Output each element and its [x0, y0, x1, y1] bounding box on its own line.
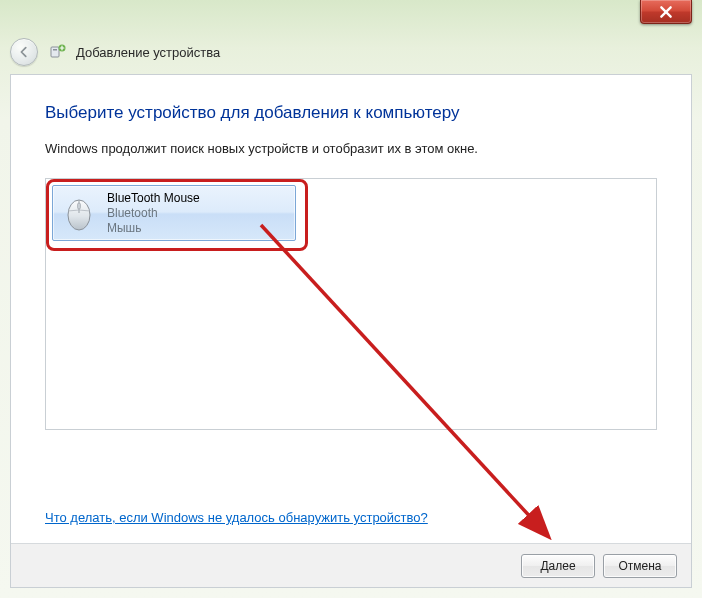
close-icon [659, 5, 673, 19]
device-text: BlueTooth Mouse Bluetooth Мышь [107, 191, 200, 236]
device-transport: Bluetooth [107, 206, 200, 221]
window-close-button[interactable] [640, 0, 692, 24]
svg-rect-0 [51, 47, 59, 57]
svg-rect-4 [78, 203, 81, 209]
back-button[interactable] [10, 38, 38, 66]
page-subtext: Windows продолжит поиск новых устройств … [45, 141, 657, 156]
next-button[interactable]: Далее [521, 554, 595, 578]
cancel-button[interactable]: Отмена [603, 554, 677, 578]
wizard-header: Добавление устройства [10, 38, 220, 66]
add-device-icon [48, 43, 66, 61]
page-heading: Выберите устройство для добавления к ком… [45, 103, 657, 123]
mouse-icon [59, 193, 99, 233]
device-type: Мышь [107, 221, 200, 236]
help-link[interactable]: Что делать, если Windows не удалось обна… [45, 510, 428, 525]
window-title: Добавление устройства [76, 45, 220, 60]
svg-rect-1 [53, 49, 57, 51]
wizard-footer: Далее Отмена [11, 543, 691, 587]
device-list: BlueTooth Mouse Bluetooth Мышь [45, 178, 657, 430]
wizard-panel: Выберите устройство для добавления к ком… [10, 74, 692, 588]
arrow-left-icon [17, 45, 31, 59]
device-item-bluetooth-mouse[interactable]: BlueTooth Mouse Bluetooth Мышь [52, 185, 296, 241]
device-name: BlueTooth Mouse [107, 191, 200, 206]
